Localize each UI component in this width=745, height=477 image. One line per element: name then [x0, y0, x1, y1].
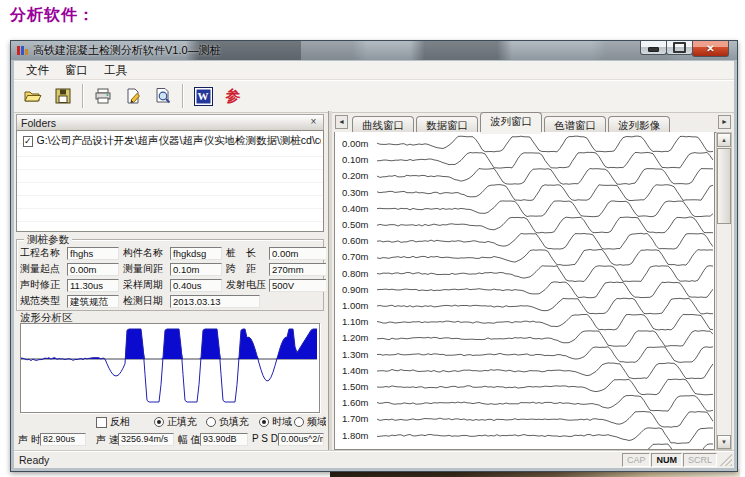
param-label: 桩 长	[226, 246, 269, 260]
param-field[interactable]: 建筑规范	[67, 295, 119, 308]
print-setup-button[interactable]	[118, 83, 148, 110]
resize-grip[interactable]	[720, 454, 732, 466]
depth-label: 0.50m	[342, 219, 368, 230]
param-label: 构件名称	[123, 246, 170, 260]
pile-params-groupbox: 测桩参数 工程名称fhghs构件名称fhgkdsg桩 长0.00m测量起点0.0…	[16, 239, 324, 311]
freq-domain-radio[interactable]	[294, 417, 304, 427]
param-field[interactable]: 2013.03.13	[170, 295, 260, 308]
folders-tree[interactable]: G:\公司产品设计开发\超声仪器\超声仪实地检测数据\测桩cd\cd03\cd0…	[16, 130, 324, 232]
page-title: 分析软件：	[10, 5, 95, 26]
content-region: Folders × G:\公司产品设计开发\超声仪器\超声仪实地检测数据\测桩c…	[14, 111, 734, 452]
readout-label: 幅 值	[178, 433, 201, 447]
depth-label: 1.30m	[342, 349, 368, 360]
depth-label: 1.60m	[342, 397, 368, 408]
print-button[interactable]	[88, 83, 118, 110]
menu-item-1[interactable]: 窗口	[57, 61, 96, 80]
tab-3[interactable]: 色谱窗口	[544, 116, 606, 132]
invert-checkbox[interactable]	[96, 417, 107, 428]
param-rows: 工程名称fhghs构件名称fhgkdsg桩 长0.00m测量起点0.00m测量间…	[20, 246, 320, 308]
depth-label: 0.10m	[342, 154, 368, 165]
depth-label: 0.90m	[342, 284, 368, 295]
param-field[interactable]: 0.10m	[170, 263, 222, 276]
status-indicator-cap: CAP	[622, 453, 651, 467]
reference-params-button[interactable]: 参	[218, 83, 248, 110]
left-dock: Folders × G:\公司产品设计开发\超声仪器\超声仪实地检测数据\测桩c…	[16, 114, 326, 448]
param-label: 发射电压	[226, 278, 269, 292]
close-icon: ✕	[706, 44, 714, 54]
tab-scroll-right-button[interactable]: ►	[718, 115, 731, 129]
depth-label: 1.40m	[342, 365, 368, 376]
folders-panel-header[interactable]: Folders ×	[16, 114, 324, 131]
tab-strip: ◄ 曲线窗口数据窗口波列窗口色谱窗口波列影像 ►	[334, 112, 732, 133]
word-export-button[interactable]: W	[188, 83, 218, 110]
param-field[interactable]: 270mm	[269, 263, 326, 276]
depth-label: 0.70m	[342, 251, 368, 262]
save-button[interactable]	[48, 83, 78, 110]
param-label: 规范类型	[20, 294, 67, 308]
panel-splitter[interactable]	[328, 111, 332, 452]
tree-item-checkbox[interactable]	[23, 136, 33, 147]
app-window: 高铁建混凝土检测分析软件V1.0—测桩 ✕ 文件窗口工具	[10, 40, 738, 472]
readout-field[interactable]: 82.90us	[40, 433, 86, 446]
scroll-down-icon[interactable]: ▼	[717, 435, 731, 449]
param-row: 规范类型建筑规范检测日期2013.03.13	[20, 294, 320, 308]
waveform-analysis-box[interactable]	[20, 323, 320, 413]
scrollbar-thumb[interactable]	[717, 148, 731, 224]
param-field[interactable]: 0.00m	[67, 263, 119, 276]
readout-row: 声 时82.90us声 速3256.94m/s幅 值93.90dBP S D0.…	[18, 433, 326, 447]
folders-close-icon[interactable]: ×	[308, 117, 319, 128]
page-magnifier-icon	[153, 86, 173, 106]
folders-panel: Folders × G:\公司产品设计开发\超声仪器\超声仪实地检测数据\测桩c…	[16, 114, 324, 232]
param-label: 采样周期	[123, 278, 170, 292]
param-field[interactable]: 0.40us	[170, 279, 222, 292]
status-indicator-num: NUM	[651, 453, 682, 467]
fill-negative-radio[interactable]	[206, 417, 216, 427]
vertical-scrollbar[interactable]: ▲ ▼	[716, 132, 732, 450]
depth-label: 1.20m	[342, 332, 368, 343]
maximize-button[interactable]	[666, 41, 693, 55]
tab-0[interactable]: 曲线窗口	[352, 116, 414, 132]
time-domain-label: 时域	[272, 415, 292, 429]
param-field[interactable]: fhgkdsg	[170, 247, 222, 260]
menu-item-2[interactable]: 工具	[96, 61, 135, 80]
scroll-up-icon[interactable]: ▲	[717, 133, 731, 147]
open-file-button[interactable]	[18, 83, 48, 110]
depth-label: 0.30m	[342, 187, 368, 198]
depth-label: 1.10m	[342, 316, 368, 327]
wave-train-plot-area[interactable]: 0.00m0.10m0.20m0.30m0.40m0.50m0.60m0.70m…	[334, 132, 715, 450]
menu-item-0[interactable]: 文件	[18, 61, 57, 80]
tab-2[interactable]: 波列窗口	[480, 112, 542, 132]
readout-field[interactable]: 3256.94m/s	[118, 433, 174, 446]
freq-domain-radio-control[interactable]: 频域	[294, 415, 326, 429]
print-preview-button[interactable]	[148, 83, 178, 110]
depth-label: 0.40m	[342, 203, 368, 214]
invert-checkbox-control[interactable]: 反相	[96, 415, 130, 429]
param-field[interactable]: 500V	[269, 279, 326, 292]
open-folder-icon	[23, 86, 43, 106]
tab-1[interactable]: 数据窗口	[416, 116, 478, 132]
param-field[interactable]: 0.00m	[269, 247, 326, 260]
tab-4[interactable]: 波列影像	[608, 116, 670, 132]
minimize-button[interactable]	[640, 41, 667, 55]
time-domain-radio-control[interactable]: 时域	[259, 415, 292, 429]
title-bar[interactable]: 高铁建混凝土检测分析软件V1.0—测桩 ✕	[11, 41, 737, 60]
depth-label: 0.80m	[342, 268, 368, 279]
readout-field[interactable]: 93.90dB	[200, 433, 248, 446]
fill-negative-radio-control[interactable]: 负填充	[206, 415, 249, 429]
depth-label: 0.20m	[342, 170, 368, 181]
time-domain-radio[interactable]	[259, 417, 269, 427]
fill-positive-radio-control[interactable]: 正填充	[154, 415, 197, 429]
readout-field[interactable]: 0.00us^2/m	[278, 433, 324, 446]
printer-icon	[93, 86, 113, 106]
param-field[interactable]: 11.30us	[67, 279, 119, 292]
menu-bar: 文件窗口工具	[14, 61, 734, 80]
param-field[interactable]: fhghs	[67, 247, 119, 260]
tree-item[interactable]: G:\公司产品设计开发\超声仪器\超声仪实地检测数据\测桩cd\cd03\cd0…	[23, 134, 321, 148]
status-indicator-scrl: SCRL	[683, 453, 717, 467]
invert-label: 反相	[110, 415, 130, 429]
freq-domain-label: 频域	[307, 415, 326, 429]
close-button[interactable]: ✕	[692, 41, 729, 57]
minimize-icon	[648, 47, 659, 52]
tab-scroll-left-button[interactable]: ◄	[335, 115, 348, 129]
fill-positive-radio[interactable]	[154, 417, 164, 427]
